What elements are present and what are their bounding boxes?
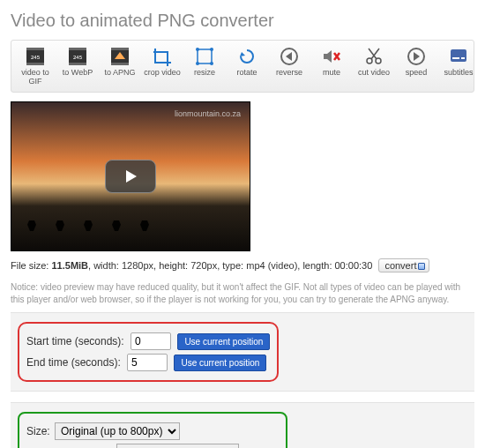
svg-text:245: 245 bbox=[31, 55, 41, 60]
end-time-input[interactable] bbox=[127, 354, 168, 371]
tb-resize[interactable]: resize bbox=[184, 44, 225, 88]
tb-video-to-gif[interactable]: 245video to GIF bbox=[15, 44, 56, 88]
time-range-callout: Start time (seconds): Use current positi… bbox=[18, 322, 279, 382]
start-time-label: Start time (seconds): bbox=[26, 335, 124, 347]
svg-rect-21 bbox=[452, 57, 459, 59]
tb-to-webp[interactable]: 245to WebP bbox=[57, 44, 98, 88]
size-select[interactable]: Original (up to 800px) bbox=[55, 422, 180, 440]
svg-point-14 bbox=[196, 62, 199, 65]
svg-text:245: 245 bbox=[73, 55, 83, 60]
svg-rect-9 bbox=[111, 48, 129, 50]
tb-mute[interactable]: mute bbox=[311, 44, 352, 88]
svg-rect-22 bbox=[461, 57, 465, 59]
play-button[interactable] bbox=[105, 160, 156, 193]
svg-point-15 bbox=[210, 62, 213, 65]
tb-reverse[interactable]: reverse bbox=[269, 44, 310, 88]
svg-rect-2 bbox=[26, 63, 44, 65]
output-options-callout: Size: Original (up to 800px) Frame rate … bbox=[18, 412, 287, 448]
end-use-current-button[interactable]: Use current position bbox=[174, 355, 266, 371]
svg-rect-10 bbox=[111, 63, 129, 65]
tb-rotate[interactable]: rotate bbox=[227, 44, 267, 88]
video-preview[interactable]: lionmountain.co.za bbox=[11, 101, 250, 251]
size-label: Size: bbox=[26, 425, 50, 437]
page-title: Video to animated PNG converter bbox=[11, 11, 474, 31]
end-time-label: End time (seconds): bbox=[26, 356, 121, 369]
svg-rect-1 bbox=[26, 48, 44, 50]
toolbar: 245video to GIF 245to WebP to APNG crop … bbox=[11, 40, 474, 93]
tb-save[interactable]: save bbox=[481, 44, 485, 88]
start-time-input[interactable] bbox=[131, 332, 171, 350]
tb-to-apng[interactable]: to APNG bbox=[100, 44, 140, 88]
svg-rect-6 bbox=[69, 63, 86, 65]
svg-rect-20 bbox=[451, 49, 466, 62]
fps-select[interactable]: 10 (max 30 seconds) bbox=[116, 444, 239, 448]
tb-speed[interactable]: speed bbox=[396, 44, 436, 88]
video-watermark: lionmountain.co.za bbox=[175, 109, 241, 118]
convert-dropdown[interactable]: convert bbox=[378, 258, 429, 273]
start-use-current-button[interactable]: Use current position bbox=[177, 333, 270, 350]
svg-point-12 bbox=[196, 48, 199, 51]
tb-subtitles[interactable]: subtitles bbox=[438, 44, 479, 88]
notice-text: Notice: video preview may have reduced q… bbox=[11, 281, 474, 305]
tb-cut-video[interactable]: cut video bbox=[354, 44, 394, 88]
play-icon bbox=[123, 168, 138, 184]
svg-rect-11 bbox=[198, 49, 212, 63]
svg-rect-5 bbox=[69, 48, 86, 50]
file-meta: File size: 11.5MiB, width: 1280px, heigh… bbox=[11, 258, 474, 273]
svg-point-13 bbox=[210, 48, 213, 51]
tb-crop-video[interactable]: crop video bbox=[142, 44, 183, 88]
